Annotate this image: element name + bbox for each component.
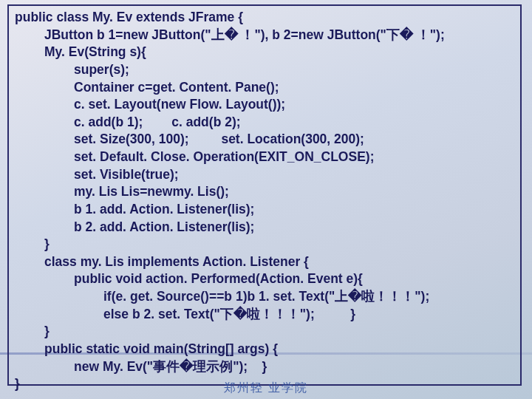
code-line: set. Default. Close. Operation(EXIT_ON_C… bbox=[15, 149, 514, 166]
code-line: set. Size(300, 100); set. Location(300, … bbox=[15, 131, 514, 149]
code-line: Container c=get. Content. Pane(); bbox=[15, 79, 514, 97]
code-line: class my. Lis implements Action. Listene… bbox=[15, 253, 514, 271]
code-line: my. Lis Lis=newmy. Lis(); bbox=[15, 183, 514, 201]
code-line: if(e. get. Source()==b 1)b 1. set. Text(… bbox=[15, 288, 514, 306]
code-line: public void action. Performed(Action. Ev… bbox=[15, 270, 514, 288]
code-line: public class My. Ev extends JFrame { bbox=[15, 9, 514, 27]
code-line: } bbox=[15, 236, 514, 253]
code-line: super(s); bbox=[15, 61, 514, 79]
code-line: new My. Ev("事件�理示例"); } bbox=[15, 358, 514, 376]
code-line: else b 2. set. Text("下�啦！！！"); } bbox=[15, 306, 514, 324]
code-block: public class My. Ev extends JFrame { JBu… bbox=[7, 4, 522, 386]
code-line: public static void main(String[] args) { bbox=[15, 341, 514, 358]
code-line: JButton b 1=new JButton("上� ！"), b 2=new… bbox=[15, 27, 514, 44]
footer-institution: 郑州轻 业学院 bbox=[224, 381, 308, 396]
code-line: c. set. Layout(new Flow. Layout()); bbox=[15, 96, 514, 114]
code-line: set. Visible(true); bbox=[15, 166, 514, 184]
code-line: } bbox=[15, 323, 514, 341]
code-line: b 1. add. Action. Listener(lis); bbox=[15, 201, 514, 219]
code-line: c. add(b 1); c. add(b 2); bbox=[15, 114, 514, 132]
code-line: b 2. add. Action. Listener(lis); bbox=[15, 219, 514, 236]
code-line: My. Ev(String s){ bbox=[15, 44, 514, 61]
